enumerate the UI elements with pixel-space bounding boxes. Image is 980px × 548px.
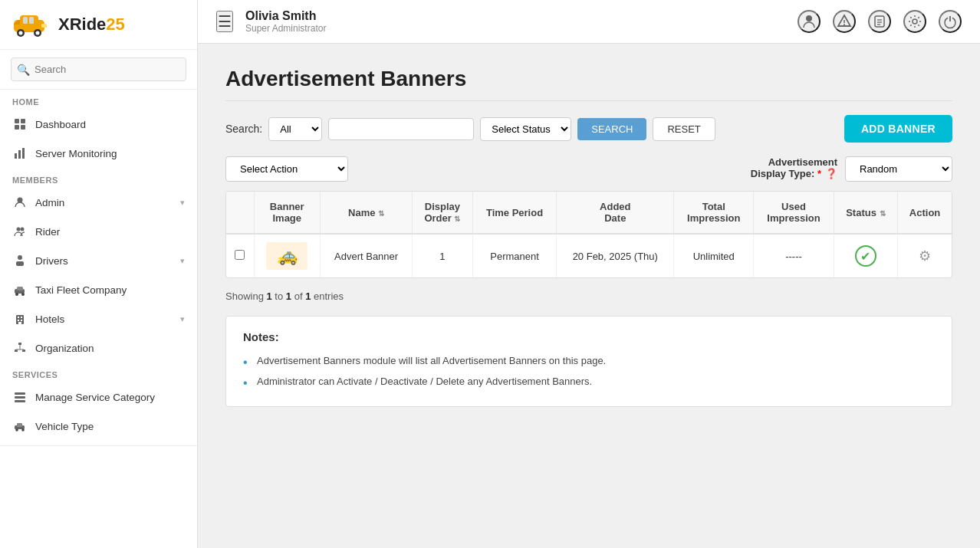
alert-button[interactable]	[833, 10, 856, 33]
svg-rect-7	[29, 17, 34, 24]
svg-point-43	[21, 428, 25, 432]
add-banner-button[interactable]: ADD BANNER	[844, 115, 952, 143]
th-display-order[interactable]: DisplayOrder ⇅	[413, 192, 472, 234]
sidebar-search-input[interactable]	[11, 57, 186, 81]
sidebar-item-taxi-fleet[interactable]: Taxi Fleet Company	[0, 275, 197, 304]
admin-arrow-icon: ▾	[180, 198, 185, 208]
svg-rect-16	[22, 148, 25, 159]
display-type-help-icon[interactable]: ❓	[825, 168, 837, 179]
reset-button[interactable]: RESET	[653, 117, 715, 141]
svg-rect-13	[21, 125, 25, 130]
menu-button[interactable]: ☰	[216, 11, 233, 32]
svg-rect-11	[21, 119, 25, 123]
sidebar-item-dashboard[interactable]: Dashboard	[0, 110, 197, 139]
hotels-arrow-icon: ▾	[180, 314, 185, 324]
sidebar-item-dashboard-label: Dashboard	[35, 119, 86, 130]
svg-point-4	[19, 31, 23, 35]
row-checkbox[interactable]	[235, 250, 245, 260]
sidebar-item-server-monitoring[interactable]: Server Monitoring	[0, 139, 197, 168]
th-total-impression: TotalImpression	[674, 192, 754, 234]
notes-list: Advertisement Banners module will list a…	[243, 351, 935, 392]
svg-rect-31	[18, 322, 21, 324]
svg-rect-27	[18, 317, 19, 318]
action-gear-icon[interactable]: ⚙	[919, 248, 931, 264]
sidebar-item-drivers[interactable]: Drivers ▾	[0, 246, 197, 275]
svg-point-5	[36, 31, 40, 35]
svg-rect-38	[15, 396, 25, 399]
th-action: Action	[898, 192, 952, 234]
main-area: ☰ Olivia Smith Super Administrator Adve	[198, 0, 980, 548]
rider-icon	[12, 224, 28, 239]
search-type-select[interactable]: All	[268, 117, 322, 141]
notes-box: Notes: Advertisement Banners module will…	[225, 316, 952, 407]
row-used-impression: -----	[754, 234, 834, 277]
svg-rect-6	[23, 17, 28, 24]
display-type-label-row: Advertisement	[768, 156, 837, 168]
sidebar-item-server-monitoring-label: Server Monitoring	[35, 148, 117, 159]
svg-rect-47	[875, 16, 884, 27]
notes-item-1: Advertisement Banners module will list a…	[243, 351, 935, 372]
svg-rect-32	[18, 343, 21, 345]
sidebar-item-vehicle-type-label: Vehicle Type	[35, 421, 94, 432]
banner-table: BannerImage Name ⇅ DisplayOrder ⇅ Time P…	[226, 192, 952, 277]
sidebar-item-vehicle-type[interactable]: Vehicle Type	[0, 412, 197, 441]
row-banner-image: 🚕	[254, 234, 321, 277]
notes-item-2: Administrator can Activate / Deactivate …	[243, 372, 935, 392]
th-banner-image: BannerImage	[254, 192, 321, 234]
sidebar-item-admin-label: Admin	[35, 197, 64, 208]
svg-rect-41	[17, 423, 22, 427]
action-row: Select Action Delete Advertisement Displ…	[225, 156, 952, 182]
svg-rect-21	[16, 261, 24, 266]
power-button[interactable]	[939, 10, 962, 33]
svg-rect-39	[15, 400, 25, 402]
search-button[interactable]: SEARCH	[577, 118, 646, 140]
search-input[interactable]	[328, 118, 474, 140]
sidebar-item-organization[interactable]: Organization	[0, 333, 197, 363]
status-select[interactable]: Select StatusActiveInactive	[480, 117, 571, 141]
th-name[interactable]: Name ⇅	[321, 192, 413, 234]
banner-table-wrapper: BannerImage Name ⇅ DisplayOrder ⇅ Time P…	[225, 191, 952, 278]
sidebar-item-organization-label: Organization	[35, 343, 94, 354]
drivers-icon	[12, 253, 28, 268]
sidebar-item-manage-service-label: Manage Service Category	[35, 392, 155, 403]
sidebar: XRide25 🔍 HOME Dashboard Server Monitori…	[0, 0, 198, 548]
svg-rect-10	[15, 119, 19, 123]
notes-title: Notes:	[243, 330, 935, 343]
svg-point-44	[806, 15, 812, 21]
vehicle-type-icon	[12, 418, 28, 434]
svg-rect-29	[18, 320, 19, 321]
row-display-order: 1	[413, 234, 472, 277]
sidebar-item-hotels[interactable]: Hotels ▾	[0, 304, 197, 333]
sidebar-item-hotels-label: Hotels	[35, 313, 64, 325]
showing-info: Showing 1 to 1 of 1 entries	[225, 290, 952, 302]
sidebar-item-rider[interactable]: Rider	[0, 217, 197, 246]
select-action[interactable]: Select Action Delete	[225, 156, 348, 182]
sidebar-divider	[0, 445, 197, 446]
row-action[interactable]: ⚙	[898, 234, 952, 277]
org-icon	[12, 340, 28, 356]
svg-point-24	[15, 293, 18, 296]
svg-rect-23	[17, 287, 23, 290]
sidebar-item-manage-service[interactable]: Manage Service Category	[0, 382, 197, 412]
search-bar: Search: All Select StatusActiveInactive …	[225, 115, 952, 143]
clipboard-button[interactable]	[868, 10, 891, 33]
sidebar-search-icon: 🔍	[17, 64, 30, 76]
row-total-impression: Unlimited	[674, 234, 754, 277]
row-added-date: 20 Feb, 2025 (Thu)	[557, 234, 674, 277]
svg-rect-14	[15, 153, 17, 159]
th-status[interactable]: Status ⇅	[834, 192, 897, 234]
bar-chart-icon	[12, 146, 28, 161]
sidebar-item-admin[interactable]: Admin ▾	[0, 188, 197, 217]
sidebar-item-drivers-label: Drivers	[35, 255, 68, 267]
svg-rect-28	[21, 317, 22, 318]
svg-point-25	[21, 293, 25, 296]
display-type-select[interactable]: RandomSequential	[845, 156, 952, 182]
settings-button[interactable]	[903, 10, 926, 33]
section-members-label: MEMBERS	[0, 168, 197, 188]
content-area: Advertisement Banners Search: All Select…	[198, 44, 980, 548]
th-time-period: Time Period	[472, 192, 557, 234]
display-type-label-row2: Display Type: * ❓	[751, 168, 837, 179]
status-active-icon[interactable]: ✔	[855, 245, 876, 267]
header-icons	[797, 10, 962, 33]
profile-button[interactable]	[797, 10, 821, 33]
